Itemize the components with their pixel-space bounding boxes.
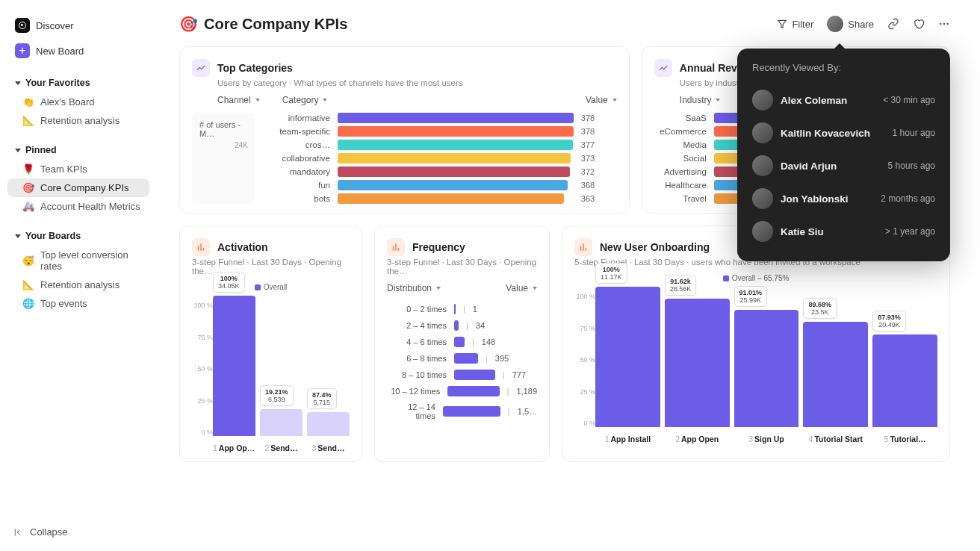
hbar-row: informative378: [263, 113, 617, 123]
x-label: 4Tutorial Start: [803, 435, 868, 443]
popover-title: Recently Viewed By:: [752, 62, 935, 73]
funnel-bar: 100%34.05K: [213, 296, 255, 436]
item-emoji: 🌐: [22, 298, 34, 309]
page-title: 🎯 Core Company KPIs: [179, 15, 347, 33]
sidebar-item[interactable]: 🌐Top events: [7, 294, 149, 313]
hbar-label: informative: [263, 113, 330, 122]
x-label: 2Send…: [260, 443, 303, 452]
sidebar-section-boards[interactable]: Your Boards: [7, 225, 149, 244]
hbar-row: bots363: [263, 193, 617, 204]
card-frequency[interactable]: Frequency 3-step Funnel · Last 30 Days ·…: [374, 225, 550, 462]
dropdown-industry[interactable]: Industry: [680, 95, 721, 105]
item-emoji: 📐: [22, 115, 34, 126]
sidebar-item[interactable]: 🎯Core Company KPIs: [7, 178, 149, 197]
svg-point-5: [943, 23, 945, 25]
item-label: Team KPIs: [40, 164, 87, 175]
item-emoji: 🚑: [22, 201, 34, 212]
viewer-time: 2 months ago: [881, 193, 935, 204]
hbar-row: fun368: [263, 180, 617, 190]
more-button[interactable]: [938, 18, 950, 30]
funnel-bar: 91.01%25.99K: [734, 287, 799, 427]
activation-bars: 100%34.05K19.21%6,53987.4%5,7151App Open…: [213, 296, 350, 452]
card-subtitle: 3-step Funnel · Last 30 Days · Opening t…: [387, 258, 537, 276]
card-activation[interactable]: Activation 3-step Funnel · Last 30 Days …: [179, 225, 362, 462]
hbar-label: Healthcare: [654, 181, 707, 190]
hbar-fill: [338, 140, 573, 150]
sidebar-item[interactable]: 😴Top level conversion rates: [7, 246, 149, 276]
freq-bar: [454, 353, 478, 364]
x-label: 2App Open: [665, 435, 730, 443]
x-label: 3Send…: [307, 443, 350, 452]
dropdown-value[interactable]: Value: [586, 95, 617, 105]
freq-value: 148: [482, 337, 495, 346]
dropdown-category[interactable]: Category: [282, 95, 328, 105]
popover-row[interactable]: David Arjun5 hours ago: [752, 149, 935, 182]
hbar-label: cros…: [263, 140, 330, 149]
popover-row[interactable]: Jon Yablonski2 months ago: [752, 182, 935, 215]
sidebar-discover-label: Discover: [36, 20, 74, 31]
funnel-bar: 19.21%6,539: [260, 296, 303, 436]
svg-marker-1: [22, 25, 24, 27]
hbar-label: Social: [654, 154, 707, 163]
viewer-time: < 30 min ago: [883, 95, 935, 105]
popover-row[interactable]: Alex Coleman< 30 min ago: [752, 84, 935, 116]
card-top-categories[interactable]: Top Categories Users by category · What …: [179, 46, 630, 214]
hbar-label: mandatory: [263, 167, 330, 176]
item-label: Retention analysis: [40, 279, 120, 290]
freq-row: 10 – 12 times|1,189: [387, 386, 537, 396]
avatar: [752, 188, 773, 209]
funnel-bar: 87.93%20.49K: [872, 287, 937, 427]
hbar-value: 378: [581, 113, 617, 122]
hbar-label: team-specific: [263, 127, 330, 136]
recently-viewed-popover: Recently Viewed By: Alex Coleman< 30 min…: [737, 49, 950, 261]
dots-icon: [938, 18, 950, 30]
freq-label: 4 – 6 times: [387, 337, 447, 346]
hbar-fill: [338, 153, 571, 164]
plus-icon: +: [15, 43, 30, 58]
item-label: Retention analysis: [40, 115, 120, 126]
sidebar-collapse[interactable]: Collapse: [13, 526, 68, 538]
svg-marker-3: [778, 20, 787, 27]
sidebar-new-board[interactable]: + New Board: [7, 39, 149, 63]
sidebar-item[interactable]: 👏Alex's Board: [7, 93, 149, 111]
sidebar-item[interactable]: 📐Retention analysis: [7, 276, 149, 294]
heart-icon: [913, 18, 925, 30]
freq-value: 34: [476, 321, 485, 330]
sidebar-item[interactable]: 🌹Team KPIs: [7, 160, 149, 178]
dropdown-distribution[interactable]: Distribution: [387, 283, 441, 293]
sidebar-section-pinned[interactable]: Pinned: [7, 139, 149, 158]
hbar-label: eCommerce: [654, 127, 707, 136]
hbar-fill: [338, 126, 574, 137]
x-label: 1App Install: [595, 435, 660, 443]
discover-icon: [15, 18, 30, 33]
freq-row: 8 – 10 times|777: [387, 370, 537, 380]
freq-row: 0 – 2 times|1: [387, 304, 537, 314]
sidebar-item[interactable]: 🚑Account Health Metrics: [7, 197, 149, 216]
freq-bar: [447, 386, 499, 396]
card-title: New User Onboarding: [600, 241, 710, 253]
header-actions: Filter Share: [777, 16, 950, 32]
freq-row: 2 – 4 times|34: [387, 320, 537, 331]
popover-row[interactable]: Katie Siu> 1 year ago: [752, 215, 935, 248]
item-label: Alex's Board: [40, 96, 95, 108]
freq-row: 12 – 14 times|1,5…: [387, 402, 537, 420]
popover-row[interactable]: Kaitlin Kovacevich1 hour ago: [752, 116, 935, 149]
dropdown-value[interactable]: Value: [506, 283, 537, 293]
viewer-name: Kaitlin Kovacevich: [781, 128, 885, 139]
dropdown-channel[interactable]: Channel: [217, 95, 260, 105]
x-label: 5Tutorial…: [872, 435, 937, 443]
freq-row: 6 – 8 times|395: [387, 353, 537, 364]
filter-button[interactable]: Filter: [777, 19, 813, 30]
hbar-fill: [338, 166, 570, 177]
viewer-name: David Arjun: [781, 161, 881, 172]
viewer-name: Jon Yablonski: [781, 193, 873, 205]
favorite-button[interactable]: [913, 18, 925, 30]
link-button[interactable]: [887, 18, 899, 30]
sidebar-discover[interactable]: Discover: [7, 13, 149, 37]
share-button[interactable]: Share: [827, 16, 874, 32]
sidebar-section-favorites[interactable]: Your Favorites: [7, 72, 149, 91]
funnel-bar: 100%11.17K: [595, 287, 660, 427]
sidebar-item[interactable]: 📐Retention analysis: [7, 111, 149, 130]
avatar: [752, 155, 773, 176]
chart-legend: Overall – 65.75%: [574, 274, 937, 282]
